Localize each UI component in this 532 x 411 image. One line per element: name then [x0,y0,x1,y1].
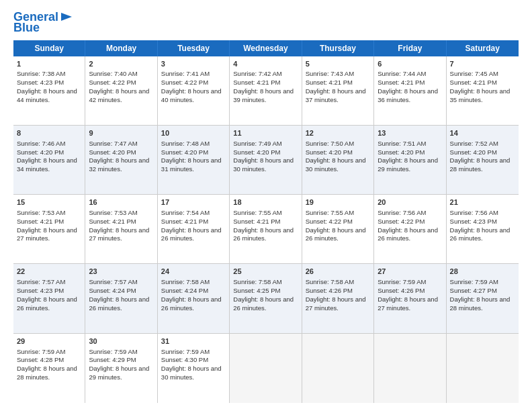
daylight: Daylight: 8 hours and 30 minutes. [233,156,294,173]
day-number: 16 [89,197,153,208]
day-number: 12 [306,128,370,138]
daylight: Daylight: 8 hours and 32 minutes. [89,156,149,173]
sunset: Sunset: 4:21 PM [378,79,425,86]
calendar-cell-18: 18Sunrise: 7:55 AMSunset: 4:21 PMDayligh… [230,195,302,263]
header-day-monday: Monday [85,40,157,56]
sunrise: Sunrise: 7:56 AM [450,209,498,216]
sunset: Sunset: 4:28 PM [17,356,64,363]
sunset: Sunset: 4:24 PM [89,287,136,294]
header-day-tuesday: Tuesday [158,40,230,56]
sunset: Sunset: 4:20 PM [233,148,280,156]
day-number: 15 [17,197,81,208]
calendar-cell-25: 25Sunrise: 7:58 AMSunset: 4:25 PMDayligh… [230,264,302,332]
sunrise: Sunrise: 7:55 AM [233,209,281,216]
sunrise: Sunrise: 7:58 AM [306,278,354,285]
daylight: Daylight: 8 hours and 30 minutes. [161,365,222,381]
sunset: Sunset: 4:29 PM [89,356,136,363]
day-number: 21 [450,197,515,208]
daylight: Daylight: 8 hours and 36 minutes. [378,87,438,103]
sunset: Sunset: 4:21 PM [161,218,208,225]
day-number: 3 [161,59,226,69]
calendar-week-3: 15Sunrise: 7:53 AMSunset: 4:21 PMDayligh… [13,195,519,264]
calendar-cell-19: 19Sunrise: 7:55 AMSunset: 4:22 PMDayligh… [302,195,374,263]
daylight: Daylight: 8 hours and 26 minutes. [161,226,222,242]
sunset: Sunset: 4:30 PM [161,356,208,363]
calendar-cell-23: 23Sunrise: 7:57 AMSunset: 4:24 PMDayligh… [85,264,157,332]
sunrise: Sunrise: 7:53 AM [17,209,65,216]
sunset: Sunset: 4:20 PM [161,148,208,156]
day-number: 20 [378,197,442,208]
daylight: Daylight: 8 hours and 26 minutes. [306,226,366,242]
calendar-cell-20: 20Sunrise: 7:56 AMSunset: 4:22 PMDayligh… [374,195,446,263]
day-number: 10 [161,128,226,138]
sunrise: Sunrise: 7:55 AM [306,209,354,216]
daylight: Daylight: 8 hours and 27 minutes. [306,295,366,312]
calendar-cell-27: 27Sunrise: 7:59 AMSunset: 4:26 PMDayligh… [374,264,446,332]
sunset: Sunset: 4:25 PM [233,287,280,294]
sunset: Sunset: 4:23 PM [450,218,497,225]
day-number: 25 [233,267,298,277]
sunrise: Sunrise: 7:44 AM [378,70,426,77]
sunset: Sunset: 4:21 PM [233,79,280,86]
calendar-cell-5: 5Sunrise: 7:43 AMSunset: 4:21 PMDaylight… [302,56,374,125]
calendar-cell-10: 10Sunrise: 7:48 AMSunset: 4:20 PMDayligh… [158,126,230,194]
header-day-friday: Friday [374,40,446,56]
sunset: Sunset: 4:22 PM [161,79,208,86]
sunrise: Sunrise: 7:38 AM [17,70,65,77]
day-number: 31 [161,336,226,347]
day-number: 24 [161,267,226,277]
day-number: 13 [378,128,442,138]
calendar-cell-4: 4Sunrise: 7:42 AMSunset: 4:21 PMDaylight… [230,56,302,125]
calendar-cell-empty [447,334,519,403]
calendar-cell-8: 8Sunrise: 7:46 AMSunset: 4:20 PMDaylight… [13,126,85,194]
svg-marker-0 [61,13,72,21]
sunrise: Sunrise: 7:54 AM [161,209,210,216]
day-number: 5 [306,59,370,69]
daylight: Daylight: 8 hours and 26 minutes. [233,295,294,312]
daylight: Daylight: 8 hours and 27 minutes. [378,295,438,312]
calendar-cell-24: 24Sunrise: 7:58 AMSunset: 4:24 PMDayligh… [158,264,230,332]
sunrise: Sunrise: 7:56 AM [378,209,426,216]
sunrise: Sunrise: 7:57 AM [17,278,65,285]
sunrise: Sunrise: 7:59 AM [450,278,498,285]
sunrise: Sunrise: 7:59 AM [378,278,426,285]
daylight: Daylight: 8 hours and 26 minutes. [89,295,149,312]
sunset: Sunset: 4:22 PM [89,79,136,86]
calendar-cell-28: 28Sunrise: 7:59 AMSunset: 4:27 PMDayligh… [447,264,519,332]
calendar-body: 1Sunrise: 7:38 AMSunset: 4:23 PMDaylight… [13,56,519,403]
sunrise: Sunrise: 7:41 AM [161,70,210,77]
sunset: Sunset: 4:21 PM [233,218,280,225]
sunset: Sunset: 4:20 PM [89,148,136,156]
daylight: Daylight: 8 hours and 26 minutes. [161,295,222,312]
day-number: 9 [89,128,153,138]
daylight: Daylight: 8 hours and 42 minutes. [89,87,149,103]
calendar-cell-empty [302,334,374,403]
day-number: 4 [233,59,298,69]
day-number: 19 [306,197,370,208]
daylight: Daylight: 8 hours and 28 minutes. [450,295,511,312]
sunrise: Sunrise: 7:47 AM [89,140,137,147]
sunset: Sunset: 4:20 PM [17,148,64,156]
calendar-cell-12: 12Sunrise: 7:50 AMSunset: 4:20 PMDayligh… [302,126,374,194]
daylight: Daylight: 8 hours and 44 minutes. [17,87,77,103]
daylight: Daylight: 8 hours and 27 minutes. [17,226,77,242]
calendar-cell-11: 11Sunrise: 7:49 AMSunset: 4:20 PMDayligh… [230,126,302,194]
calendar-week-4: 22Sunrise: 7:57 AMSunset: 4:23 PMDayligh… [13,264,519,333]
sunrise: Sunrise: 7:58 AM [161,278,210,285]
calendar-cell-13: 13Sunrise: 7:51 AMSunset: 4:20 PMDayligh… [374,126,446,194]
calendar: SundayMondayTuesdayWednesdayThursdayFrid… [13,40,519,403]
sunrise: Sunrise: 7:43 AM [306,70,354,77]
sunset: Sunset: 4:21 PM [306,79,353,86]
calendar-cell-2: 2Sunrise: 7:40 AMSunset: 4:22 PMDaylight… [85,56,157,125]
sunrise: Sunrise: 7:49 AM [233,140,281,147]
sunset: Sunset: 4:26 PM [378,287,425,294]
daylight: Daylight: 8 hours and 28 minutes. [17,365,77,381]
calendar-cell-1: 1Sunrise: 7:38 AMSunset: 4:23 PMDaylight… [13,56,85,125]
daylight: Daylight: 8 hours and 34 minutes. [17,156,77,173]
calendar-header: SundayMondayTuesdayWednesdayThursdayFrid… [13,40,519,56]
daylight: Daylight: 8 hours and 26 minutes. [233,226,294,242]
calendar-cell-22: 22Sunrise: 7:57 AMSunset: 4:23 PMDayligh… [13,264,85,332]
daylight: Daylight: 8 hours and 26 minutes. [450,226,511,242]
day-number: 17 [161,197,226,208]
sunrise: Sunrise: 7:48 AM [161,140,210,147]
